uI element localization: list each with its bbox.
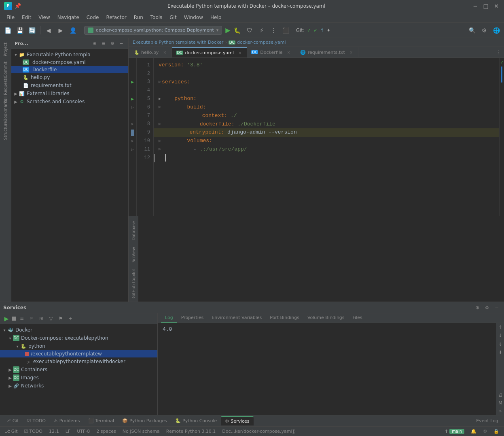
notifications-btn[interactable]: 🌐	[491, 25, 502, 36]
status-notifications-btn[interactable]: 🔔	[469, 428, 478, 435]
svc-container-2[interactable]: ▷ executablepythontemplatewithdocker	[0, 357, 157, 366]
maximize-btn[interactable]: □	[482, 2, 489, 10]
sciview-btn[interactable]: SciView	[130, 244, 138, 266]
menu-help[interactable]: Help	[207, 13, 224, 21]
run-config-selector[interactable]: docker-compose.yaml.python: Compose Depl…	[84, 26, 222, 35]
scroll-filter-btn[interactable]: ⬇	[496, 348, 504, 356]
scroll-more-btn[interactable]: »	[496, 407, 504, 415]
tab-more-btn[interactable]: ⋮	[493, 48, 504, 57]
database-btn[interactable]: Database	[130, 218, 138, 244]
tab-dockerfile-close[interactable]: ×	[286, 49, 292, 55]
scroll-down-btn[interactable]: ↓	[496, 331, 504, 339]
svc-add-btn[interactable]: +	[66, 315, 74, 323]
forward-btn[interactable]: ▶	[55, 25, 66, 36]
status-config[interactable]: Doc...ker/docker-compose.yaml])	[220, 428, 297, 435]
log-tab-log[interactable]: Log	[161, 313, 177, 323]
collapse-btn[interactable]: ≡	[100, 40, 107, 47]
bottom-tab-python-console[interactable]: 🐍 Python Console	[171, 417, 221, 425]
status-settings-btn[interactable]: ⚙	[481, 428, 489, 435]
status-lock-btn[interactable]: 🔒	[492, 428, 501, 435]
close-btn[interactable]: ✕	[493, 2, 500, 10]
recent-btn[interactable]: 👤	[68, 25, 78, 36]
status-position[interactable]: 12:1	[47, 428, 61, 435]
bottom-tab-event-log[interactable]: Event Log	[472, 417, 502, 425]
code-content[interactable]: version: '3.8' ▷ services: ▶ python:	[154, 58, 499, 216]
bottom-tab-services[interactable]: ⚙ Services	[221, 416, 253, 425]
tab-docker-compose[interactable]: DC docker-compose.yaml ×	[172, 47, 247, 57]
bottom-tab-python-packages[interactable]: 📦 Python Packages	[118, 417, 171, 425]
minimize-panel-btn[interactable]: −	[118, 40, 125, 47]
settings-btn[interactable]: ⚙	[479, 25, 489, 36]
locate-btn[interactable]: ⊕	[91, 40, 98, 47]
new-file-btn[interactable]: 📄	[2, 25, 13, 36]
stop-btn[interactable]: ⬛	[281, 25, 291, 36]
svc-stop-all-btn[interactable]	[12, 317, 16, 321]
breadcrumb-project[interactable]: Executable Python template with Docker	[133, 40, 223, 45]
log-tab-env[interactable]: Environment Variables	[208, 313, 266, 323]
status-schema[interactable]: No JSON schema	[121, 428, 161, 435]
bottom-tab-terminal[interactable]: ⬛ Terminal	[84, 417, 119, 425]
svc-docker[interactable]: ▾ 🐳 Docker	[0, 326, 157, 334]
git-check2-btn[interactable]: ✓	[313, 28, 318, 33]
git-check-btn[interactable]: ✓	[307, 28, 311, 33]
log-tab-properties[interactable]: Properties	[177, 313, 208, 323]
tree-item-scratches[interactable]: ▶ ⚙ Scratches and Consoles	[11, 98, 128, 106]
scroll-bar[interactable]	[501, 66, 502, 83]
scroll-print-btn[interactable]: 🖨	[496, 391, 504, 399]
tab-requirements-close[interactable]: ×	[348, 49, 354, 55]
more-run-btn[interactable]: ⋮	[269, 25, 279, 36]
activity-project[interactable]: Project	[1, 40, 11, 59]
back-btn[interactable]: ◀	[43, 25, 54, 36]
svc-networks[interactable]: ▶ 🔗 Networks	[0, 382, 157, 390]
code-line-12[interactable]	[154, 154, 499, 162]
tree-item-dockerfile[interactable]: DC Dockerfile	[11, 66, 128, 73]
menu-refactor[interactable]: Refactor	[103, 13, 129, 21]
svc-flag-btn[interactable]: ⚑	[57, 315, 65, 323]
bottom-tab-todo[interactable]: ☑ TODO	[23, 417, 50, 425]
status-interpreter[interactable]: Remote Python 3.10.1	[165, 428, 218, 435]
run-btn[interactable]: ▶	[225, 26, 230, 34]
menu-code[interactable]: Code	[83, 13, 102, 21]
svc-container-active[interactable]: /executablepythontemplatew	[0, 350, 157, 357]
scroll-m-btn[interactable]: M	[496, 399, 504, 407]
git-branch-btn[interactable]: ✦	[326, 28, 330, 33]
save-btn[interactable]: 💾	[15, 25, 25, 36]
tree-root[interactable]: ▾ 📁 Executable Python templa	[11, 51, 128, 59]
status-todo[interactable]: ☑ TODO	[23, 428, 44, 435]
git-push-btn[interactable]: ↑	[320, 28, 324, 33]
status-lf[interactable]: LF	[64, 428, 72, 435]
log-tab-volume[interactable]: Volume Bindings	[303, 313, 349, 323]
svc-collapse-btn[interactable]: ⊟	[28, 315, 36, 323]
menu-edit[interactable]: Edit	[19, 13, 34, 21]
status-encoding[interactable]: UTF-8	[75, 428, 91, 435]
coverage-btn[interactable]: 🛡	[244, 25, 255, 36]
profile-btn[interactable]: ⚡	[256, 25, 267, 36]
log-tab-port[interactable]: Port Bindings	[266, 313, 303, 323]
settings-panel-btn[interactable]: ⚙	[109, 40, 116, 47]
menu-file[interactable]: File	[3, 13, 18, 21]
search-btn[interactable]: 🔍	[467, 25, 477, 36]
log-tab-files[interactable]: Files	[349, 313, 366, 323]
menu-window[interactable]: Window	[181, 13, 206, 21]
expand-all-btn[interactable]: ⊕	[473, 304, 481, 312]
svc-group-btn[interactable]: ⊞	[37, 315, 45, 323]
svc-python[interactable]: ▾ 🐍 python	[0, 342, 157, 350]
tree-item-requirements[interactable]: 📄 requirements.txt	[11, 81, 128, 89]
tab-hello-py-close[interactable]: ×	[162, 49, 167, 55]
status-git[interactable]: ⎇ Git	[3, 428, 19, 435]
activity-bookmarks[interactable]: Bookmarks	[1, 100, 11, 120]
activity-pull-requests[interactable]: Pull Requests	[1, 80, 11, 100]
activity-structure[interactable]: Structure	[1, 121, 11, 140]
menu-view[interactable]: View	[35, 13, 53, 21]
menu-tools[interactable]: Tools	[147, 13, 166, 21]
tab-dockerfile[interactable]: DC Dockerfile ×	[247, 47, 296, 57]
pinned-icon[interactable]: 📌	[15, 3, 21, 9]
svc-images[interactable]: ▶ DC Images	[0, 374, 157, 382]
svc-containers[interactable]: ▶ DC Containers	[0, 366, 157, 374]
debug-btn[interactable]: 🐛	[232, 25, 243, 36]
menu-run[interactable]: Run	[131, 13, 146, 21]
tab-docker-compose-close[interactable]: ×	[237, 50, 243, 55]
svc-docker-compose[interactable]: ▾ DC Docker-compose: executablepython	[0, 334, 157, 342]
copilot-btn[interactable]: GitHub Copilot	[130, 266, 138, 302]
scroll-up-btn[interactable]: ↑	[496, 323, 504, 331]
